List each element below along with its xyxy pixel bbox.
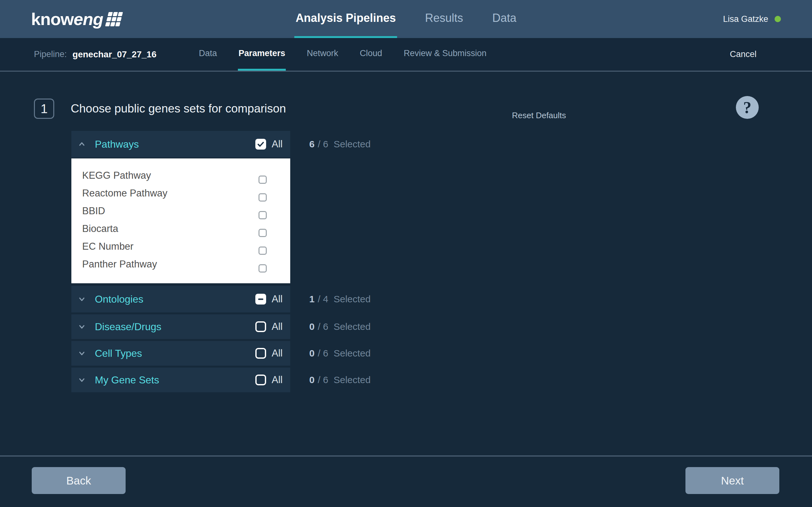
group-label: Disease/Drugs (95, 321, 161, 333)
all-label: All (272, 348, 283, 359)
list-item-label: Reactome Pathway (82, 187, 167, 199)
list-item: KEGG Pathway (71, 167, 290, 184)
group-label: Ontologies (95, 293, 143, 305)
next-button[interactable]: Next (686, 467, 779, 494)
group-header-cell-types[interactable]: Cell Types All 0/ 6 Selected (71, 341, 290, 366)
all-label: All (272, 321, 283, 332)
selected-counter: 0/ 6 Selected (309, 375, 370, 385)
pipeline-name: genechar_07_27_16 (72, 49, 157, 60)
selected-total: / 6 Selected (318, 375, 371, 385)
all-label: All (272, 374, 283, 386)
chevron-down-icon (78, 323, 86, 331)
selected-counter: 0/ 6 Selected (309, 321, 370, 332)
selected-total: / 4 Selected (318, 294, 371, 304)
tab-cloud[interactable]: Cloud (359, 38, 383, 71)
chevron-up-icon (78, 140, 86, 148)
list-item: Panther Pathway (71, 256, 290, 273)
selected-total: / 6 Selected (318, 348, 371, 358)
list-item: EC Number (71, 238, 290, 256)
item-checkbox[interactable] (258, 229, 267, 237)
select-all-checkbox-unchecked[interactable] (255, 321, 266, 332)
main-nav: Analysis Pipelines Results Data (294, 0, 518, 38)
step-number: 1 (41, 102, 48, 116)
indeterminate-dash-icon (257, 295, 264, 303)
selected-counter: 1/ 4 Selected (309, 294, 370, 304)
pipeline-label: Pipeline: (34, 49, 67, 59)
top-header: knoweng Analysis Pipelines Results Data … (0, 0, 812, 38)
app-root: knoweng Analysis Pipelines Results Data … (0, 0, 812, 507)
item-checkbox[interactable] (258, 193, 267, 202)
selected-total: / 6 Selected (318, 139, 371, 149)
tab-data[interactable]: Data (198, 38, 217, 71)
cancel-button[interactable]: Cancel (730, 49, 757, 59)
logo-eng: eng (73, 9, 103, 29)
tab-review-submission[interactable]: Review & Submission (403, 38, 487, 71)
select-all-checkbox-checked[interactable] (255, 139, 266, 150)
step-row: 1 Choose public genes sets for compariso… (34, 99, 286, 119)
group-label: Cell Types (95, 348, 142, 359)
user-area[interactable]: Lisa Gatzke (723, 14, 781, 24)
group-header-pathways[interactable]: Pathways All 6/ 6 Selected (71, 131, 290, 158)
selected-count: 0 (309, 348, 315, 358)
group-label: Pathways (95, 138, 139, 150)
group-header-disease-drugs[interactable]: Disease/Drugs All 0/ 6 Selected (71, 314, 290, 339)
group-label: My Gene Sets (95, 374, 159, 386)
item-checkbox[interactable] (258, 211, 267, 219)
select-all-checkbox-unchecked[interactable] (255, 348, 266, 359)
item-checkbox[interactable] (258, 246, 267, 255)
pathways-list: KEGG Pathway Reactome Pathway BBID Bioca… (71, 158, 290, 283)
group-header-my-gene-sets[interactable]: My Gene Sets All 0/ 6 Selected (71, 368, 290, 392)
checkmark-icon (257, 140, 264, 148)
pipeline-bar: Pipeline: genechar_07_27_16 Data Paramet… (0, 38, 812, 72)
selected-count: 1 (309, 294, 315, 304)
list-item: BBID (71, 202, 290, 220)
step-number-badge: 1 (34, 99, 54, 119)
pipeline-tabs: Data Parameters Network Cloud Review & S… (198, 38, 487, 71)
tab-network[interactable]: Network (306, 38, 339, 71)
gene-set-panel: Pathways All 6/ 6 Selected KEGG Pathway … (71, 131, 290, 392)
chevron-down-icon (78, 295, 86, 303)
item-checkbox[interactable] (258, 176, 267, 184)
all-label: All (272, 293, 283, 305)
selected-counter: 0/ 6 Selected (309, 348, 370, 359)
list-item-label: BBID (82, 205, 105, 217)
selected-total: / 6 Selected (318, 321, 371, 332)
list-item-label: EC Number (82, 241, 134, 252)
logo-text: knoweng (31, 10, 103, 27)
list-item: Reactome Pathway (71, 184, 290, 202)
selected-count: 6 (309, 139, 315, 149)
knoweng-logo[interactable]: knoweng (31, 10, 121, 27)
reset-defaults-button[interactable]: Reset Defaults (512, 111, 566, 120)
list-item-label: Biocarta (82, 223, 118, 234)
selected-counter: 6/ 6 Selected (309, 139, 370, 150)
selected-count: 0 (309, 321, 315, 332)
group-header-ontologies[interactable]: Ontologies All 1/ 4 Selected (71, 286, 290, 313)
item-checkbox[interactable] (258, 264, 267, 273)
select-all-checkbox-unchecked[interactable] (255, 375, 266, 385)
user-name: Lisa Gatzke (723, 14, 768, 24)
list-item-label: KEGG Pathway (82, 170, 151, 181)
list-item: Biocarta (71, 220, 290, 238)
online-status-dot (774, 16, 781, 22)
nav-results[interactable]: Results (424, 0, 464, 38)
nav-data[interactable]: Data (491, 0, 518, 38)
all-label: All (272, 138, 283, 150)
chevron-down-icon (78, 376, 86, 384)
logo-know: know (31, 9, 73, 29)
footer-bar: Back Next (0, 455, 812, 507)
step-title: Choose public genes sets for comparison (71, 102, 286, 115)
nav-analysis-pipelines[interactable]: Analysis Pipelines (294, 0, 397, 38)
main-content: 1 Choose public genes sets for compariso… (0, 72, 812, 455)
back-button[interactable]: Back (32, 467, 125, 494)
question-mark-glyph: ? (743, 98, 751, 117)
logo-grid-icon (105, 12, 123, 26)
chevron-down-icon (78, 349, 86, 357)
select-all-checkbox-indeterminate[interactable] (255, 294, 266, 304)
selected-count: 0 (309, 375, 315, 385)
help-icon[interactable]: ? (736, 96, 759, 119)
list-item-label: Panther Pathway (82, 259, 157, 270)
tab-parameters[interactable]: Parameters (238, 38, 286, 71)
